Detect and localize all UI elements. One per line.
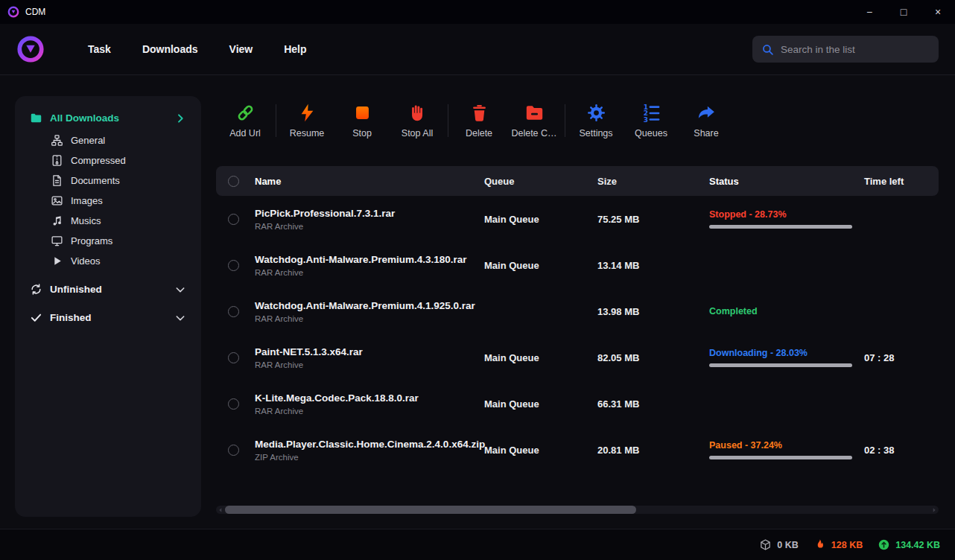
maximize-button[interactable]: □ [886,0,921,24]
queue-cell: Main Queue [477,445,590,456]
sidebar-item-finished[interactable]: Finished [25,308,191,328]
chevron-down-icon[interactable] [174,284,186,296]
sidebar-item-all-downloads[interactable]: All Downloads [25,108,191,130]
statusbar: 0 KB 128 KB 134.42 KB [0,529,955,560]
progress-bar [709,456,852,459]
row-checkbox[interactable] [228,352,239,363]
sidebar-item-label: Images [71,195,103,206]
sidebar-item-programs[interactable]: Programs [25,231,191,251]
add-url-button[interactable]: Add Url [218,103,273,139]
status-text [709,260,857,271]
settings-button[interactable]: Settings [568,103,624,139]
column-header-time-left[interactable]: Time left [857,176,939,187]
sidebar-item-label: Musics [71,215,101,226]
app-logo-icon [7,6,19,18]
app-window: CDM − □ × Task Downloads View Help [0,0,955,560]
image-icon [51,194,63,207]
row-checkbox[interactable] [228,445,239,456]
toolbar-button-label: Delete C… [511,128,556,139]
table-row[interactable]: K-Lite.Mega.Codec.Pack.18.8.0.rar RAR Ar… [216,381,939,427]
status-text: Completed [709,306,857,317]
search-icon [761,43,774,56]
resume-button[interactable]: Resume [279,103,334,139]
sidebar-item-label: Videos [71,255,101,267]
size-cell: 13.98 MB [590,306,702,317]
chevron-right-icon[interactable] [174,112,186,124]
upload-speed-indicator: 134.42 KB [878,538,940,551]
queues-button[interactable]: 123 Queues [624,103,679,139]
close-button[interactable]: × [921,0,955,24]
downloads-table: Name Queue Size Status Time left PicPick… [216,166,939,473]
window-controls: − □ × [852,0,955,24]
file-name: PicPick.Professional.7.3.1.rar [255,208,477,219]
row-checkbox[interactable] [228,398,239,410]
app-logo-icon [16,35,45,63]
sidebar-item-label: All Downloads [50,112,119,124]
file-type: RAR Archive [255,268,477,277]
file-name: Paint-NET.5.1.3.x64.rar [255,346,477,357]
column-header-status[interactable]: Status [702,176,857,187]
row-checkbox[interactable] [228,306,239,317]
search-box[interactable] [752,36,939,63]
queued-size-value: 0 KB [777,540,798,550]
row-checkbox[interactable] [228,214,239,225]
stop-icon [352,103,372,123]
table-row[interactable]: Paint-NET.5.1.3.x64.rar RAR Archive Main… [216,334,939,381]
menu-view[interactable]: View [229,43,253,55]
table-row[interactable]: Watchdog.Anti-Malware.Premium.4.3.180.ra… [216,242,939,288]
column-header-name[interactable]: Name [250,176,477,187]
scroll-left-arrow-icon[interactable] [218,507,223,513]
share-icon [697,103,717,123]
sidebar-item-documents[interactable]: Documents [25,171,191,191]
toolbar-button-label: Add Url [229,128,261,139]
stop-button[interactable]: Stop [334,103,390,139]
table-row[interactable]: PicPick.Professional.7.3.1.rar RAR Archi… [216,196,939,242]
row-checkbox[interactable] [228,260,239,271]
numbered-list-icon: 123 [641,103,661,123]
scrollbar-thumb[interactable] [225,506,636,514]
sidebar-item-unfinished[interactable]: Unfinished [25,279,191,299]
download-speed-value: 128 KB [831,540,863,550]
play-icon [51,255,63,267]
chevron-down-icon[interactable] [174,312,186,324]
horizontal-scrollbar[interactable] [216,506,939,514]
sidebar-item-compressed[interactable]: Compressed [25,150,191,171]
column-header-queue[interactable]: Queue [477,176,590,187]
download-speed-indicator: 128 KB [813,538,863,551]
progress-bar [709,225,852,229]
menu-downloads[interactable]: Downloads [142,43,198,55]
table-row[interactable]: Watchdog.Anti-Malware.Premium.4.1.925.0.… [216,288,939,334]
status-cell [702,398,857,410]
sidebar-item-general[interactable]: General [25,130,191,150]
delete-completed-button[interactable]: Delete C… [507,103,562,139]
search-input[interactable] [781,44,930,55]
column-header-size[interactable]: Size [590,176,702,187]
app-logo [16,35,45,63]
size-cell: 66.31 MB [590,398,702,410]
minimize-button[interactable]: − [852,0,886,24]
sidebar-item-label: Unfinished [50,284,102,295]
menu-task[interactable]: Task [88,43,111,55]
table-row[interactable]: Media.Player.Classic.Home.Cinema.2.4.0.x… [216,427,939,473]
time-left-cell: 07 : 28 [857,352,939,363]
select-all-checkbox[interactable] [228,176,239,187]
scroll-right-arrow-icon[interactable] [931,507,937,513]
table-header-row: Name Queue Size Status Time left [216,166,939,196]
sidebar-item-images[interactable]: Images [25,191,191,211]
delete-button[interactable]: Delete [451,103,507,139]
status-text: Downloading - 28.03% [709,348,857,359]
file-name: K-Lite.Mega.Codec.Pack.18.8.0.rar [255,392,477,404]
sidebar-item-videos[interactable]: Videos [25,251,191,271]
size-cell: 13.14 MB [590,260,702,271]
check-icon [30,311,42,324]
gear-icon [586,103,606,123]
file-name: Watchdog.Anti-Malware.Premium.4.3.180.ra… [255,254,477,265]
header: Task Downloads View Help [0,24,955,75]
sidebar-item-musics[interactable]: Musics [25,211,191,231]
share-button[interactable]: Share [679,103,734,139]
stop-all-button[interactable]: Stop All [390,103,445,139]
upload-icon [878,538,890,551]
menu-help[interactable]: Help [284,43,306,55]
toolbar-button-label: Resume [290,128,325,139]
sidebar: All Downloads General [15,96,201,517]
